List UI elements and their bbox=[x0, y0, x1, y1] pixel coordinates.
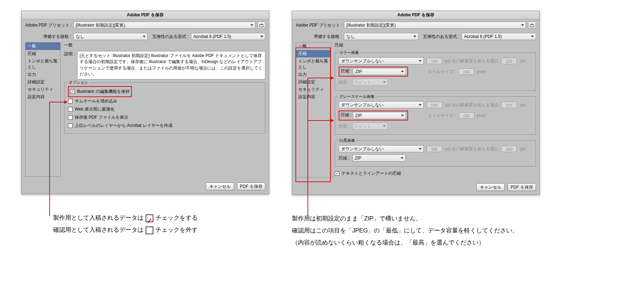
standard-select-2[interactable]: なし bbox=[344, 33, 418, 40]
sidebar-item-compression-2[interactable]: 圧縮 bbox=[296, 50, 331, 57]
pdf-save-dialog-general: Adobe PDF を保存 Adobe PDF プリセット : [Illustr… bbox=[21, 11, 269, 194]
gray-quality-select: 8 ビット bbox=[352, 123, 388, 130]
standard-label-2: 準拠する規格 : bbox=[296, 34, 342, 40]
save-preset-icon[interactable] bbox=[258, 22, 265, 29]
highlight-color-compress: 圧縮 : ZIP bbox=[339, 67, 408, 77]
desc-textarea[interactable]: [元とするセット :Illustrator 初期設定] Illustrator … bbox=[77, 51, 265, 79]
options-group: オプション Illustrator の編集機能を保持 サムネールを埋め込み We… bbox=[64, 82, 265, 134]
opt-preserve-editing[interactable]: Illustrator の編集機能を保持 bbox=[70, 88, 130, 96]
standard-select[interactable]: なし bbox=[73, 33, 148, 40]
save-preset-icon-2[interactable] bbox=[528, 22, 536, 29]
opt-acrobat-layers[interactable]: 上位レベルのレイヤーから Acrobat レイヤーを作成 bbox=[68, 122, 261, 130]
preset-label: Adobe PDF プリセット : bbox=[25, 22, 71, 28]
options-legend: オプション bbox=[67, 80, 90, 85]
standard-label: 準拠する規格 : bbox=[25, 34, 71, 40]
sidebar-item-output[interactable]: 出力 bbox=[26, 71, 60, 78]
compat-select[interactable]: Acrobat 6 (PDF 1.5) bbox=[191, 33, 265, 40]
preset-label-2: Adobe PDF プリセット : bbox=[296, 22, 342, 28]
grayscale-images-group: グレースケール画像 ダウンサンプルしない 150 ppi 次の解像度を超える場合… bbox=[335, 96, 536, 135]
svg-rect-0 bbox=[260, 24, 263, 27]
sidebar-item-advanced-2[interactable]: 詳細設定 bbox=[296, 78, 331, 86]
cancel-button[interactable]: キャンセル bbox=[206, 183, 234, 190]
right-caption: 製作用は初期設定のまま「ZIP」で構いません。 確認用はこの項目を「JPEG」の… bbox=[292, 213, 554, 249]
color-ppi1: 150 bbox=[426, 58, 442, 64]
pdf-save-dialog-compression: Adobe PDF を保存 Adobe PDF プリセット : [Illustr… bbox=[292, 11, 540, 195]
dialog-title-2: Adobe PDF を保存 bbox=[292, 11, 540, 19]
unchecked-box-icon bbox=[146, 226, 153, 234]
panel-title-compression: 圧縮 bbox=[335, 42, 536, 48]
color-downsample-select[interactable]: ダウンサンプルしない bbox=[339, 57, 424, 64]
cancel-button-2[interactable]: キャンセル bbox=[476, 183, 505, 191]
opt-embed-thumbnail[interactable]: サムネールを埋め込み bbox=[68, 97, 261, 105]
sidebar-item-security[interactable]: セキュリティ bbox=[26, 86, 60, 93]
gray-compress-select[interactable]: ZIP bbox=[353, 112, 406, 119]
gray-downsample-select[interactable]: ダウンサンプルしない bbox=[339, 101, 424, 108]
category-sidebar: 一般 圧縮 トンボと裁ち落とし 出力 詳細設定 セキュリティ 設定内容 bbox=[25, 42, 61, 177]
preset-select-2[interactable]: [Illustrator 初期設定](変更) bbox=[344, 22, 526, 29]
sidebar-item-compression[interactable]: 圧縮 bbox=[26, 50, 60, 57]
dialog-title: Adobe PDF を保存 bbox=[22, 11, 269, 19]
color-ppi2: 225 bbox=[501, 58, 517, 64]
desc-label: 説明 : bbox=[64, 51, 75, 57]
color-images-group: カラー画像 ダウンサンプルしない 150 ppi 次の解像度を超える場合 225… bbox=[335, 52, 536, 91]
save-pdf-button-2[interactable]: PDF を保存 bbox=[508, 183, 536, 191]
mono-compress-select[interactable]: ZIP bbox=[352, 155, 406, 162]
opt-web-optimize[interactable]: Web 表示用に最適化 bbox=[68, 105, 261, 113]
sidebar-item-marks[interactable]: トンボと裁ち落とし bbox=[26, 57, 60, 71]
checkbox-icon bbox=[70, 89, 75, 94]
mono-downsample-select[interactable]: ダウンサンプルしない bbox=[339, 145, 424, 152]
sidebar-item-general-2[interactable]: 一般 bbox=[296, 43, 331, 50]
sidebar-item-marks-2[interactable]: トンボと裁ち落とし bbox=[296, 57, 331, 71]
sidebar-item-general[interactable]: 一般 bbox=[26, 43, 60, 50]
sidebar-item-security-2[interactable]: セキュリティ bbox=[296, 86, 331, 93]
color-quality-select: 8 ビット bbox=[352, 79, 388, 86]
sidebar-item-output-2[interactable]: 出力 bbox=[296, 71, 331, 78]
highlight-gray-compress: 圧縮 : ZIP bbox=[339, 111, 408, 120]
compat-label: 互換性のある形式 : bbox=[152, 34, 189, 40]
compat-label-2: 互換性のある形式 : bbox=[423, 34, 459, 40]
preset-select[interactable]: [Illustrator 初期設定](変更) bbox=[73, 22, 255, 29]
compat-select-2[interactable]: Acrobat 6 (PDF 1.5) bbox=[462, 33, 536, 40]
sidebar-item-advanced[interactable]: 詳細設定 bbox=[26, 78, 60, 86]
sidebar-item-summary-2[interactable]: 設定内容 bbox=[296, 93, 331, 101]
svg-rect-1 bbox=[530, 24, 534, 27]
color-compress-select[interactable]: ZIP bbox=[353, 68, 406, 75]
opt-view-after-save[interactable]: 保存後 PDF ファイルを表示 bbox=[68, 113, 261, 122]
category-sidebar-2: 一般 圧縮 トンボと裁ち落とし 出力 詳細設定 セキュリティ 設定内容 bbox=[296, 42, 331, 178]
left-caption: 製作用として入稿されるデータはチェックをする 確認用として入稿されるデータはチェ… bbox=[53, 212, 283, 236]
panel-title-general: 一般 bbox=[64, 42, 265, 48]
highlight-preserve-editing: Illustrator の編集機能を保持 bbox=[68, 86, 132, 97]
checked-box-icon bbox=[146, 214, 153, 222]
sidebar-item-summary[interactable]: 設定内容 bbox=[26, 93, 60, 101]
text-lineart-compress[interactable]: テキストとラインアートの圧縮 bbox=[335, 169, 536, 178]
mono-images-group: 白黒画像 ダウンサンプルしない 300 ppi 次の解像度を超える場合 450 … bbox=[335, 140, 536, 167]
save-pdf-button[interactable]: PDF を保存 bbox=[237, 183, 265, 190]
